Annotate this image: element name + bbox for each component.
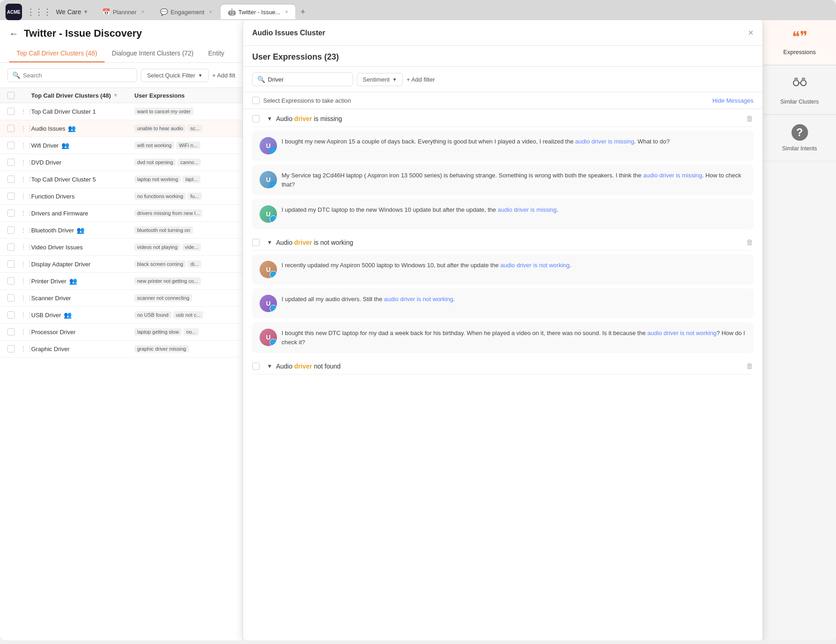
drag-handle[interactable]: ⋮⋮: [20, 159, 31, 166]
tab-close-planner[interactable]: ×: [141, 9, 144, 15]
drag-handle[interactable]: ⋮⋮: [20, 176, 31, 183]
delete-group-button[interactable]: 🗑: [746, 115, 753, 123]
table-row[interactable]: ⋮⋮ Video Driver Issues videos not playin…: [0, 239, 243, 256]
drag-handle[interactable]: ⋮⋮: [20, 125, 31, 132]
drag-handle[interactable]: ⋮⋮: [20, 294, 31, 302]
row-checkbox[interactable]: [7, 328, 15, 336]
drag-handle[interactable]: ⋮⋮: [20, 345, 31, 352]
table-row[interactable]: ⋮⋮ Drivers and Firmware drivers missing …: [0, 205, 243, 222]
row-checkbox[interactable]: [7, 176, 15, 183]
delete-group-button[interactable]: 🗑: [746, 238, 753, 247]
table-row[interactable]: ⋮⋮ Printer Driver 👥 new printer not gett…: [0, 273, 243, 290]
tab-twitter[interactable]: 🤖 Twitter - Issue... ×: [221, 5, 296, 19]
search-box[interactable]: 🔍: [7, 68, 137, 82]
row-checkbox[interactable]: [7, 159, 15, 166]
tab-close-twitter[interactable]: ×: [285, 9, 288, 15]
select-all-expressions-checkbox[interactable]: [252, 97, 260, 104]
back-button[interactable]: ←: [9, 28, 18, 39]
table-row[interactable]: ⋮⋮ Audio Issues 👥 unable to hear audio s…: [0, 120, 243, 137]
table-row[interactable]: ⋮⋮ Top Call Driver Cluster 5 laptop not …: [0, 171, 243, 188]
delete-group-button[interactable]: 🗑: [746, 362, 753, 370]
cluster-type-icon: 👥: [64, 311, 72, 319]
table-row[interactable]: ⋮⋮ Bluetooth Driver 👥 bluetooth not turn…: [0, 222, 243, 239]
drag-handle[interactable]: ⋮⋮: [20, 108, 31, 115]
group-checkbox[interactable]: [252, 239, 260, 246]
row-checkbox[interactable]: [7, 193, 15, 200]
modal-search-box[interactable]: 🔍: [252, 72, 353, 86]
filters-bar: 🔍 Select Quick Filter ▼ + Add filt: [0, 63, 243, 88]
sidebar-similar-clusters-button[interactable]: Similar Clusters: [763, 65, 836, 115]
table-row[interactable]: ⋮⋮ USB Driver 👥 no USB found usb not c..…: [0, 307, 243, 324]
browser-tab-bar: ACME ⋮⋮⋮ We Care ▼ 📅 Plannner × 💬 Engage…: [0, 0, 836, 20]
select-all-checkbox[interactable]: [7, 92, 15, 99]
drag-handle[interactable]: ⋮⋮: [20, 142, 31, 149]
sentiment-filter-button[interactable]: Sentiment ▼: [357, 73, 403, 86]
modal-search-input[interactable]: [268, 76, 345, 83]
modal-close-button[interactable]: ×: [748, 28, 753, 38]
group-title: Audio driver is missing: [276, 115, 742, 122]
group-checkbox[interactable]: [252, 115, 260, 122]
message-link[interactable]: audio driver is missing: [575, 138, 634, 145]
message-link[interactable]: audio driver is missing: [643, 172, 702, 179]
message-link[interactable]: audio driver is not working: [384, 296, 453, 303]
hide-messages-button[interactable]: Hide Messages: [712, 97, 753, 104]
acme-logo: ACME: [6, 4, 22, 20]
table-row[interactable]: ⋮⋮ Wifi Driver 👥 wifi not working WiFi n…: [0, 137, 243, 154]
drag-handle[interactable]: ⋮⋮: [20, 193, 31, 200]
tab-call-driver[interactable]: Top Call Driver Clusters (48): [9, 45, 105, 62]
table-row[interactable]: ⋮⋮ Top Call Driver Cluster 1 want to can…: [0, 103, 243, 120]
drag-handle[interactable]: ⋮⋮: [20, 311, 31, 319]
table-row[interactable]: ⋮⋮ Graphic Driver graphic driver missing: [0, 341, 243, 358]
add-tab-button[interactable]: +: [296, 6, 309, 18]
drag-handle[interactable]: ⋮⋮: [20, 277, 31, 285]
row-checkbox[interactable]: [7, 209, 15, 217]
message-link[interactable]: audio driver is not working: [500, 262, 570, 269]
avatar: U 🐦: [260, 261, 277, 278]
quick-filter-button[interactable]: Select Quick Filter ▼: [141, 69, 208, 82]
group-toggle[interactable]: ▼: [267, 116, 272, 122]
row-checkbox[interactable]: [7, 277, 15, 285]
message-link[interactable]: audio driver is not working: [648, 330, 717, 336]
cluster-name: Drivers and Firmware: [31, 210, 134, 217]
drag-handle[interactable]: ⋮⋮: [20, 209, 31, 217]
add-filter-button[interactable]: + Add filt: [212, 72, 235, 79]
table-row[interactable]: ⋮⋮ Processor Driver laptop getting slow …: [0, 324, 243, 341]
twitter-badge: 🐦: [270, 181, 277, 188]
row-checkbox[interactable]: [7, 108, 15, 115]
search-icon: 🔍: [12, 72, 20, 79]
modal-add-filter-button[interactable]: + Add filter: [406, 76, 435, 83]
tab-engagement[interactable]: 💬 Engagement ×: [153, 5, 220, 19]
row-checkbox[interactable]: [7, 142, 15, 149]
sidebar-expressions-button[interactable]: ❝❞ Expressions: [763, 20, 836, 65]
tab-planner[interactable]: 📅 Plannner ×: [95, 5, 152, 19]
table-row[interactable]: ⋮⋮ DVD Driver dvd not opening canno...: [0, 154, 243, 171]
row-checkbox[interactable]: [7, 226, 15, 234]
sidebar-similar-intents-button[interactable]: ? Similar Intents: [763, 115, 836, 161]
drag-handle[interactable]: ⋮⋮: [20, 226, 31, 234]
grid-icon[interactable]: ⋮⋮⋮: [27, 7, 51, 17]
row-checkbox[interactable]: [7, 125, 15, 132]
message-card: U 🐦 I bought my new Aspiron 15 a couple …: [252, 131, 753, 161]
search-icon: 🔍: [257, 76, 265, 83]
row-checkbox[interactable]: [7, 260, 15, 268]
table-row[interactable]: ⋮⋮ Function Drivers no functions working…: [0, 188, 243, 205]
tab-close-engagement[interactable]: ×: [209, 9, 212, 15]
drag-handle[interactable]: ⋮⋮: [20, 328, 31, 336]
tab-entity[interactable]: Entity: [201, 45, 232, 62]
drag-handle[interactable]: ⋮⋮: [20, 243, 31, 251]
group-checkbox[interactable]: [252, 363, 260, 370]
message-text: I bought my new Aspiron 15 a couple of d…: [282, 137, 746, 154]
message-link[interactable]: audio driver is missing: [498, 206, 557, 213]
table-row[interactable]: ⋮⋮ Display Adapter Driver black screen c…: [0, 256, 243, 273]
row-checkbox[interactable]: [7, 311, 15, 319]
table-row[interactable]: ⋮⋮ Scanner Driver scanner not connecting: [0, 290, 243, 307]
group-toggle[interactable]: ▼: [267, 239, 272, 246]
tab-dialogue[interactable]: Dialogue Intent Clusters (72): [105, 45, 201, 62]
row-checkbox[interactable]: [7, 345, 15, 352]
row-checkbox[interactable]: [7, 243, 15, 251]
row-checkbox[interactable]: [7, 294, 15, 302]
search-input[interactable]: [23, 72, 132, 79]
group-toggle[interactable]: ▼: [267, 363, 272, 369]
drag-handle[interactable]: ⋮⋮: [20, 260, 31, 268]
cluster-expressions: laptop not working lapt...: [134, 176, 235, 183]
